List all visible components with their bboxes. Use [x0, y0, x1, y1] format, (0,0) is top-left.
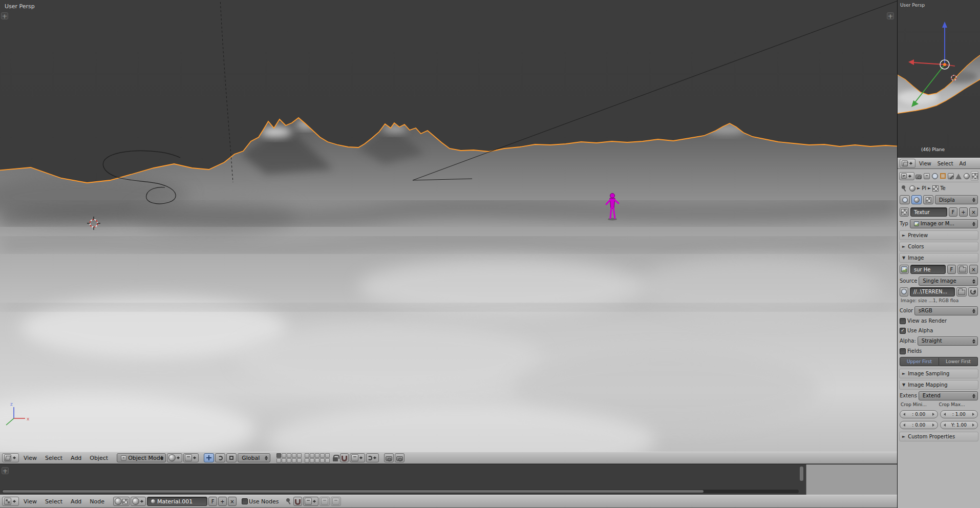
use-alpha-checkbox[interactable]: ✓ [900, 328, 906, 334]
image-path-field[interactable]: //..\TERREN... [910, 287, 955, 297]
texture-browse-button[interactable] [900, 207, 909, 217]
manipulator-translate-toggle[interactable] [204, 453, 214, 462]
layer-cell[interactable] [287, 453, 291, 458]
fake-user-button[interactable]: F [947, 265, 956, 274]
alpha-mode-dropdown[interactable]: Straight [918, 336, 978, 346]
editor-type-selector[interactable] [2, 453, 19, 462]
vertical-scrollbar[interactable] [800, 467, 803, 481]
breadcrumb-object[interactable]: Pl [922, 185, 926, 191]
snap-element-dropdown[interactable] [303, 497, 318, 506]
layer-cell[interactable] [292, 453, 296, 458]
scrollbar-thumb[interactable] [3, 490, 704, 493]
layer-cell[interactable] [305, 458, 309, 463]
snap-toggle[interactable] [293, 497, 302, 506]
fake-user-button[interactable]: F [949, 207, 957, 217]
menu-add[interactable]: Ad [957, 160, 969, 167]
orientation-dropdown[interactable]: Global [238, 453, 270, 462]
lock-camera-toggle[interactable] [332, 453, 339, 462]
unlink-texture-button[interactable]: × [969, 207, 978, 217]
material-name-field[interactable]: Material.001 [147, 497, 207, 506]
crop-min-y-field[interactable]: : 0.00 [900, 421, 938, 429]
panel-image[interactable]: ▼Image [899, 253, 978, 263]
texture-type-dropdown[interactable]: Image or M... [910, 219, 978, 228]
use-nodes-checkbox[interactable] [242, 498, 248, 504]
texture-name-field[interactable]: Textur [910, 207, 947, 217]
opengl-render-anim-button[interactable] [395, 453, 404, 462]
edit-node-group-button[interactable] [331, 497, 341, 506]
layer-cell[interactable] [310, 458, 314, 463]
layer-cell[interactable] [310, 453, 314, 458]
tree-type-shader-toggle[interactable] [113, 497, 130, 506]
tab-texture[interactable] [971, 171, 978, 181]
view-as-render-checkbox[interactable] [900, 318, 906, 324]
region-expand-icon[interactable]: + [1, 12, 8, 19]
image-pack-button[interactable] [900, 287, 908, 297]
color-space-dropdown[interactable]: sRGB [914, 306, 978, 315]
crop-max-x-field[interactable]: : 1.00 [940, 410, 978, 418]
tab-scene[interactable] [923, 171, 931, 181]
new-material-button[interactable]: + [218, 497, 227, 506]
source-dropdown[interactable]: Single Image [919, 277, 978, 286]
menu-object[interactable]: Object [86, 454, 112, 462]
crop-min-x-field[interactable]: : 0.00 [900, 410, 938, 418]
layer-cell[interactable] [276, 453, 281, 458]
layer-cell[interactable] [325, 453, 330, 458]
browse-path-button[interactable] [956, 287, 967, 297]
panel-custom-properties[interactable]: ►Custom Properties [899, 432, 978, 441]
horizontal-scrollbar[interactable] [2, 490, 799, 493]
menu-add[interactable]: Add [67, 497, 85, 506]
mode-dropdown[interactable]: Object Mode [117, 453, 166, 462]
manipulator-scale-toggle[interactable] [226, 453, 237, 462]
opengl-render-image-button[interactable] [384, 453, 394, 462]
fields-checkbox[interactable] [900, 348, 906, 354]
layer-cell[interactable] [297, 453, 302, 458]
mini-viewport-3d[interactable]: User Persp (46) Plane [898, 0, 980, 158]
menu-select[interactable]: Select [41, 454, 66, 462]
node-editor-canvas[interactable]: + [0, 464, 897, 495]
editor-type-selector[interactable] [899, 172, 914, 180]
snap-element-dropdown[interactable] [350, 453, 365, 462]
menu-add[interactable]: Add [67, 454, 85, 462]
lower-first-toggle[interactable]: Lower First [939, 357, 978, 366]
pivot-point-dropdown[interactable] [183, 453, 199, 462]
texture-slot-dropdown[interactable]: Displa [935, 195, 978, 204]
breadcrumb-texture[interactable]: Te [940, 185, 946, 191]
editor-type-selector[interactable] [900, 159, 915, 168]
texture-context-other[interactable] [923, 195, 933, 204]
layer-cell[interactable] [282, 458, 286, 463]
tab-material[interactable] [963, 171, 971, 181]
texture-context-material[interactable] [911, 195, 922, 204]
snap-toggle[interactable] [340, 453, 349, 462]
layer-cell[interactable] [292, 458, 296, 463]
tab-modifiers[interactable] [947, 171, 955, 181]
menu-select[interactable]: Select [935, 160, 956, 167]
panel-image-mapping[interactable]: ▼Image Mapping [899, 380, 978, 390]
shader-type-dropdown[interactable] [131, 497, 146, 506]
tab-render[interactable] [915, 171, 923, 181]
editor-type-selector[interactable] [2, 497, 19, 506]
open-image-button[interactable] [957, 265, 968, 274]
layer-cell[interactable] [297, 458, 302, 463]
menu-view[interactable]: View [917, 160, 934, 167]
layer-cell[interactable] [320, 453, 325, 458]
menu-node[interactable]: Node [86, 497, 108, 506]
menu-view[interactable]: View [20, 497, 40, 506]
tab-object[interactable] [939, 171, 947, 181]
layer-cell[interactable] [287, 458, 291, 463]
pin-toggle[interactable] [284, 497, 292, 506]
layer-cell[interactable] [325, 458, 330, 463]
texture-context-world[interactable] [900, 195, 910, 204]
layer-cell[interactable] [320, 458, 325, 463]
unlink-material-button[interactable]: × [228, 497, 237, 506]
extension-dropdown[interactable]: Extend [919, 391, 978, 400]
panel-colors[interactable]: ►Colors [899, 242, 978, 251]
layers-grid-2[interactable] [305, 453, 330, 463]
unlink-image-button[interactable]: × [969, 265, 978, 274]
pin-toggle[interactable] [900, 184, 908, 193]
upper-first-toggle[interactable]: Upper First [900, 357, 939, 366]
new-texture-button[interactable]: + [959, 207, 968, 217]
tab-world[interactable] [931, 171, 939, 181]
menu-view[interactable]: View [20, 454, 40, 462]
layers-grid-1[interactable] [276, 453, 302, 463]
region-expand-icon[interactable]: + [887, 12, 894, 19]
